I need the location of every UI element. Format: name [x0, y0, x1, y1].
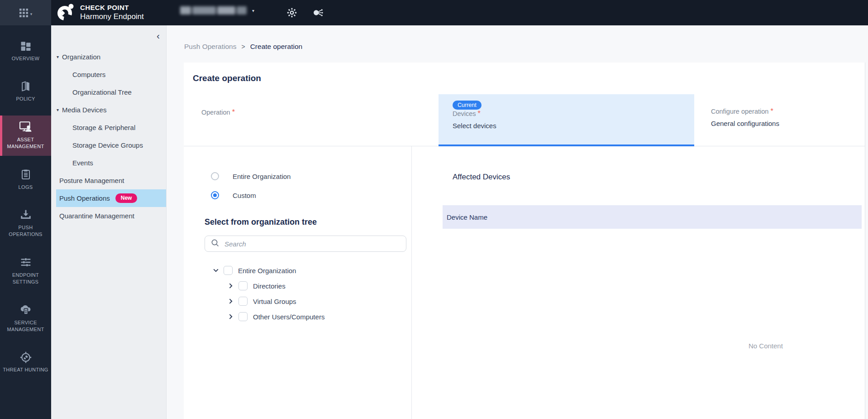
- tree-checkbox[interactable]: [238, 312, 248, 321]
- main-content: Push Operations > Create operation Creat…: [167, 25, 868, 419]
- tree-node-entire-organization[interactable]: Entire Organization: [212, 263, 411, 278]
- tree-node-other-users-computers[interactable]: Other Users/Computers: [227, 309, 411, 324]
- cloud-document-icon: [19, 304, 32, 316]
- tree-node-label: Directories: [253, 282, 286, 290]
- sidebar-item-label: LOGS: [19, 184, 33, 191]
- chevron-down-icon[interactable]: [212, 267, 219, 274]
- radio-circle-selected[interactable]: [211, 191, 219, 199]
- share-button[interactable]: [311, 6, 325, 20]
- sidebar-item-label: POLICY: [16, 96, 35, 102]
- devices-step-content: Entire Organization Custom Select from o…: [184, 146, 865, 419]
- wizard-steps: Operation* Current Devices* Select devic…: [184, 94, 865, 146]
- column-header-label: Device Name: [447, 213, 487, 221]
- radio-dot: [213, 193, 217, 197]
- sidebar-item-label: ENDPOINT SETTINGS: [2, 272, 49, 286]
- gear-icon: [286, 13, 298, 20]
- crosshair-bug-icon: [20, 351, 32, 363]
- sidebar-item-endpoint-settings[interactable]: ENDPOINT SETTINGS: [0, 251, 51, 291]
- dashboard-tiles-icon: [20, 40, 32, 52]
- primary-sidebar: OVERVIEW POLICY ASSET MANAGEM: [0, 25, 51, 419]
- step-operation[interactable]: Operation*: [184, 94, 439, 146]
- radio-entire-organization[interactable]: Entire Organization: [211, 172, 411, 180]
- step-configure-operation[interactable]: Configure operation* General configurati…: [694, 94, 865, 146]
- required-asterisk: *: [478, 110, 481, 117]
- menu-label: Events: [72, 159, 93, 167]
- tree-checkbox[interactable]: [238, 297, 248, 306]
- step-label: Operation: [201, 109, 230, 116]
- menu-item-events[interactable]: Events: [51, 154, 166, 172]
- sidebar-item-service-management[interactable]: SERVICE MANAGEMENT: [0, 299, 51, 339]
- sidebar-item-overview[interactable]: OVERVIEW: [0, 34, 51, 67]
- search-input[interactable]: [224, 240, 401, 248]
- chevron-right-icon[interactable]: [227, 313, 234, 320]
- checkpoint-logo-icon: [56, 2, 75, 23]
- radio-custom[interactable]: Custom: [211, 191, 411, 199]
- secondary-sidebar: ‹ ▾ Organization Computers Organizationa…: [51, 25, 167, 419]
- device-name-column-header[interactable]: Device Name: [443, 205, 862, 229]
- radio-label: Custom: [233, 192, 256, 199]
- brand-name: CHECK POINT: [80, 4, 144, 12]
- sidebar-item-label: ASSET MANAGEMENT: [2, 136, 49, 150]
- sidebar-item-label: THREAT HUNTING: [3, 366, 48, 373]
- menu-label: Quarantine Management: [59, 212, 134, 220]
- account-name-redacted: [180, 6, 247, 14]
- page-title: Create operation: [184, 63, 865, 83]
- menu-item-posture-management[interactable]: Posture Management: [51, 172, 166, 189]
- menu-label: Storage & Peripheral: [72, 124, 135, 131]
- menu-label: Push Operations: [59, 194, 110, 202]
- tree-node-label: Entire Organization: [238, 267, 296, 275]
- menu-section-media-devices[interactable]: ▾ Media Devices: [51, 101, 166, 119]
- menu-item-quarantine-management[interactable]: Quarantine Management: [51, 207, 166, 225]
- active-indicator: [0, 116, 2, 156]
- tree-search[interactable]: [205, 236, 406, 252]
- required-asterisk: *: [232, 108, 235, 116]
- menu-item-organizational-tree[interactable]: Organizational Tree: [51, 83, 166, 101]
- menu-item-storage-device-groups[interactable]: Storage Device Groups: [51, 136, 166, 154]
- topbar: ▾ CHECK POINT Harmony Endpoint ▾: [0, 0, 868, 25]
- breadcrumb-separator: >: [241, 43, 245, 50]
- menu-item-storage-peripheral[interactable]: Storage & Peripheral: [51, 119, 166, 136]
- settings-button[interactable]: [285, 6, 299, 20]
- chevron-right-icon[interactable]: [227, 298, 234, 305]
- tree-heading: Select from organization tree: [205, 217, 411, 227]
- tree-node-virtual-groups[interactable]: Virtual Groups: [227, 294, 411, 309]
- monitor-user-icon: [19, 121, 32, 133]
- breadcrumb-current: Create operation: [250, 43, 302, 51]
- menu-item-push-operations[interactable]: Push Operations New: [56, 189, 166, 207]
- step-devices-current[interactable]: Current Devices* Select devices: [439, 94, 694, 146]
- radio-label: Entire Organization: [233, 173, 291, 180]
- breadcrumb: Push Operations > Create operation: [184, 43, 302, 51]
- device-selection-panel: Entire Organization Custom Select from o…: [184, 146, 412, 419]
- tree-checkbox[interactable]: [224, 266, 233, 275]
- sidebar-item-logs[interactable]: LOGS: [0, 163, 51, 196]
- tree-node-label: Virtual Groups: [253, 298, 296, 305]
- menu-label: Organizational Tree: [72, 88, 132, 96]
- affected-devices-panel: Affected Devices Device Name No Content: [412, 146, 865, 419]
- account-menu[interactable]: ▾: [180, 6, 254, 14]
- required-asterisk: *: [770, 107, 773, 115]
- app-launcher-button[interactable]: ▾: [0, 0, 51, 25]
- radio-circle[interactable]: [211, 172, 219, 180]
- collapse-sidebar-button[interactable]: ‹: [157, 31, 160, 40]
- clipboard-icon: [20, 169, 31, 181]
- current-step-badge: Current: [453, 101, 482, 110]
- brand: CHECK POINT Harmony Endpoint: [56, 2, 144, 23]
- product-name: Harmony Endpoint: [80, 12, 144, 21]
- menu-label: Media Devices: [62, 106, 106, 114]
- affected-devices-heading: Affected Devices: [453, 173, 510, 182]
- tree-node-directories[interactable]: Directories: [227, 278, 411, 294]
- tree-checkbox[interactable]: [238, 281, 248, 290]
- sidebar-item-asset-management[interactable]: ASSET MANAGEMENT: [0, 116, 51, 156]
- sidebar-item-policy[interactable]: POLICY: [0, 75, 51, 108]
- menu-item-computers[interactable]: Computers: [51, 66, 166, 83]
- open-book-icon: [20, 80, 32, 92]
- sliders-icon: [20, 256, 32, 269]
- menu-label: Storage Device Groups: [72, 141, 143, 149]
- menu-section-organization[interactable]: ▾ Organization: [51, 48, 166, 66]
- sidebar-item-threat-hunting[interactable]: THREAT HUNTING: [0, 346, 51, 379]
- download-tray-icon: [20, 209, 32, 221]
- step-sublabel: General configurations: [711, 120, 865, 127]
- chevron-right-icon[interactable]: [227, 282, 234, 289]
- sidebar-item-push-operations[interactable]: PUSH OPERATIONS: [0, 203, 51, 244]
- breadcrumb-parent-link[interactable]: Push Operations: [184, 43, 236, 51]
